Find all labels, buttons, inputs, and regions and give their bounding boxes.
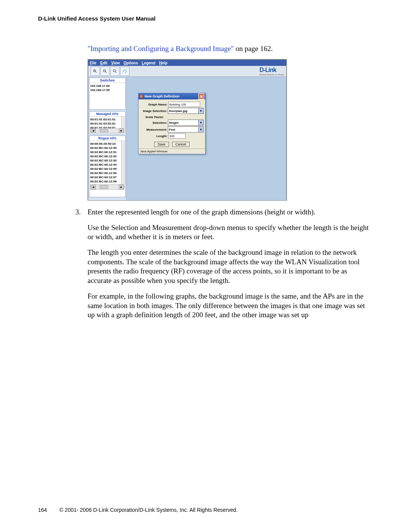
menu-legend[interactable]: Legend [142,61,156,65]
chevron-down-icon: ▼ [198,120,203,125]
measurement-label: Measurement: [140,128,168,131]
scrollbar-vertical[interactable] [121,117,125,128]
selection-dropdown[interactable]: Height▼ [168,120,204,126]
svg-line-8 [115,72,116,73]
menu-help[interactable]: Help [159,61,167,65]
dialog-titlebar[interactable]: New Graph Definition ✕ [139,93,205,99]
step-number: 3. [75,208,81,217]
rogue-ap-item[interactable]: 00:02:BC:00:12:98 [90,179,124,184]
zoom-in-icon[interactable] [91,67,100,76]
switch-item[interactable]: 192.168.17.95 [90,88,124,92]
menubar: File Edit View Options Legend Help [88,60,286,66]
menu-view[interactable]: View [111,61,120,65]
step-3: 3. Enter the represented length for one … [88,208,373,217]
scale-factor-label: Scale Factor [140,115,204,119]
paragraph: Use the Selection and Measurement drop-d… [88,223,373,242]
scrollbar-horizontal[interactable]: ◄► [90,184,124,190]
measurement-dropdown[interactable]: Feet▼ [168,126,204,133]
cancel-button[interactable]: Cancel [172,142,190,147]
close-icon[interactable]: ✕ [198,93,204,99]
graph-name-input[interactable] [168,102,200,107]
dialog-status: Java Applet Window [139,149,205,154]
chevron-down-icon: ▼ [198,108,203,113]
rogue-ap-item[interactable]: 00:02:BC:00:12:92 [90,154,124,158]
page-header: D-Link Unified Access System User Manual [38,15,373,22]
menu-file[interactable]: File [90,61,96,65]
rogue-ap-item[interactable]: 00:02:BC:00:12:93 [90,158,124,163]
panel-title-managed: Managed APs [89,112,125,117]
panel-title-switches: Switches [89,78,125,83]
embedded-screenshot: File Edit View Options Legend Help D-Lin… [88,59,287,201]
refresh-icon[interactable] [120,67,129,76]
rogue-ap-item[interactable]: 00:02:BC:00:12:90 [90,146,124,150]
menu-edit[interactable]: Edit [100,61,107,65]
toolbar: D-Link Building Networks for People [88,66,286,77]
svg-marker-9 [123,71,124,72]
managed-ap-item[interactable]: 00:01:01:02:03:01 [90,126,124,128]
rogue-ap-item[interactable]: 00:02:BC:00:12:95 [90,167,124,171]
managed-ap-item[interactable]: 00:01:01:02:02:01 [90,121,124,126]
length-input[interactable] [168,133,186,139]
managed-ap-item[interactable]: 00:01:01:02:01:01 [90,117,124,121]
scrollbar-vertical[interactable] [121,141,125,184]
length-label: Length: [140,134,168,138]
cross-reference: "Importing and Configuring a Background … [88,45,373,53]
rogue-ap-item[interactable]: 00:02:BC:00:12:94 [90,163,124,167]
zoom-reset-icon[interactable] [110,67,119,76]
svg-line-5 [105,72,107,73]
panel-rogue-aps: Rogue APs 00:00:84:20:50:10 00:02:BC:00:… [89,136,126,197]
rogue-ap-item[interactable]: 00:02:BC:00:12:97 [90,175,124,179]
link-text[interactable]: "Importing and Configuring a Background … [88,45,234,53]
save-button[interactable]: Save [154,142,169,147]
rogue-ap-item[interactable]: 00:02:BC:00:12:96 [90,171,124,175]
paragraph: For example, in the following graphs, th… [88,292,373,320]
svg-point-7 [113,70,116,72]
switch-item[interactable]: 192.168.17.66 [90,84,124,88]
zoom-out-icon[interactable] [100,67,110,76]
page-number: 164 [38,507,58,513]
image-selection-dropdown[interactable]: floorplan.jpg▼ [168,108,204,114]
image-selection-label: Image Selection: [140,109,168,113]
dlink-logo: D-Link Building Networks for People [260,67,284,76]
panel-title-rogue: Rogue APs [89,136,125,141]
chevron-down-icon: ▼ [198,127,203,132]
new-graph-dialog: New Graph Definition ✕ Graph Name: Image… [138,93,206,154]
rogue-ap-item[interactable]: 00:00:84:20:50:10 [90,142,124,146]
sidebar: Switches 192.168.17.66 192.168.17.95 Man… [88,77,127,200]
copyright: © 2001- 2006 D-Link Corporation/D-Link S… [59,507,238,513]
rogue-ap-item[interactable]: 00:02:BC:00:12:91 [90,150,124,154]
panel-managed-aps: Managed APs 00:01:01:02:01:01 00:01:01:0… [89,111,126,134]
graph-canvas[interactable]: New Graph Definition ✕ Graph Name: Image… [127,77,286,200]
panel-switches: Switches 192.168.17.66 192.168.17.95 [89,78,126,110]
paragraph: The length you enter determines the scal… [88,248,373,286]
graph-name-label: Graph Name: [140,103,168,106]
scrollbar-horizontal[interactable]: ◄► [90,128,124,133]
menu-options[interactable]: Options [124,61,138,65]
selection-label: Selection: [140,121,168,125]
java-icon [139,94,143,98]
page-footer: 164 © 2001- 2006 D-Link Corporation/D-Li… [38,507,373,513]
svg-line-1 [96,72,97,73]
